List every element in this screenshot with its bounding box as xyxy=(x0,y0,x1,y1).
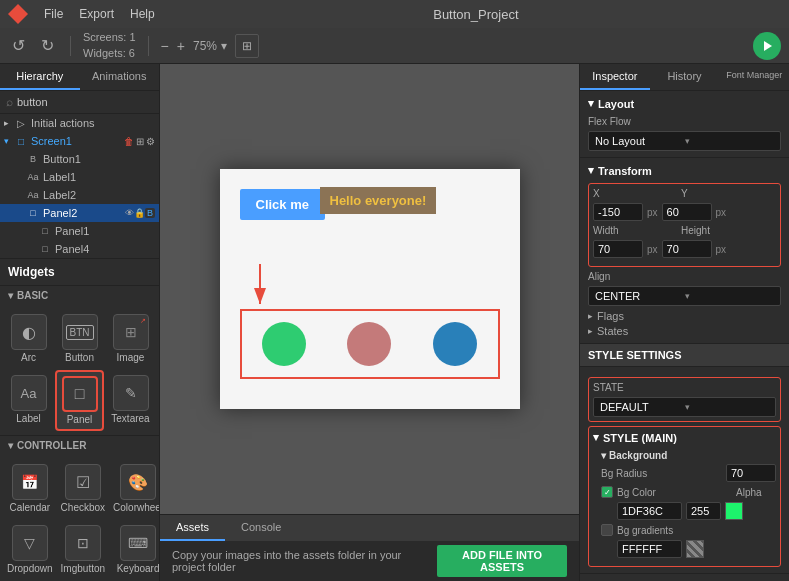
menu-export[interactable]: Export xyxy=(79,7,114,21)
panel2-lock-icon: 🔒 xyxy=(134,208,145,218)
tree-item-button1[interactable]: B Button1 xyxy=(0,150,159,168)
app-logo xyxy=(8,4,28,24)
tab-history[interactable]: History xyxy=(650,64,720,90)
tree-label-label1: Label1 xyxy=(43,171,155,183)
tree-icon-panel4: □ xyxy=(38,242,52,256)
flags-row[interactable]: ▸ Flags xyxy=(588,310,781,322)
basic-section-title: ▾ BASIC xyxy=(0,286,159,305)
bg-color-input[interactable] xyxy=(617,502,682,520)
bg-gradients-checkbox[interactable] xyxy=(601,524,613,536)
widget-panel: Widgets ▾ BASIC ◐ Arc BTN Button ⊞↗ Imag… xyxy=(0,258,159,581)
play-button[interactable] xyxy=(753,32,781,60)
color-swatch[interactable] xyxy=(725,502,743,520)
screen-icon-settings: ⚙ xyxy=(146,136,155,147)
checkbox-label: Checkbox xyxy=(61,502,105,513)
widget-keyboard[interactable]: ⌨ Keyboard xyxy=(110,520,159,579)
screen-icon-copy: ⊞ xyxy=(136,136,144,147)
states-label: States xyxy=(597,325,628,337)
states-row[interactable]: ▸ States xyxy=(588,325,781,337)
bg-color-value-row xyxy=(601,502,776,520)
arc-label: Arc xyxy=(21,352,36,363)
flex-flow-value: No Layout xyxy=(595,135,685,147)
widget-dropdown[interactable]: ▽ Dropdown xyxy=(4,520,56,579)
zoom-in-button[interactable]: + xyxy=(177,38,185,54)
bg-color-checkbox[interactable]: ✓ xyxy=(601,486,613,498)
width-input[interactable] xyxy=(593,240,643,258)
tree-item-panel4[interactable]: □ Panel4 xyxy=(0,240,159,258)
canvas-click-me-button[interactable]: Click me xyxy=(240,189,325,220)
tree-icon-panel1: □ xyxy=(38,224,52,238)
tab-animations[interactable]: Animations xyxy=(80,64,160,90)
state-box: STATE DEFAULT ▾ xyxy=(588,377,781,422)
toolbar-separator xyxy=(70,36,71,56)
tab-console[interactable]: Console xyxy=(225,515,297,541)
textarea-label: Textarea xyxy=(111,413,149,424)
canvas-panel2[interactable] xyxy=(240,309,500,379)
undo-button[interactable]: ↺ xyxy=(8,34,29,57)
state-dropdown[interactable]: DEFAULT ▾ xyxy=(593,397,776,417)
canvas-wrapper: Click me Hello everyone! xyxy=(160,64,579,514)
tab-inspector[interactable]: Inspector xyxy=(580,64,650,90)
basic-arrow: ▾ xyxy=(8,290,13,301)
tree-item-panel2[interactable]: □ Panel2 👁 🔒 B xyxy=(0,204,159,222)
width-label: Width xyxy=(593,225,633,236)
widget-textarea[interactable]: ✎ Textarea xyxy=(106,370,155,431)
tree-item-panel1[interactable]: □ Panel1 xyxy=(0,222,159,240)
tree-item-label1[interactable]: Aa Label1 xyxy=(0,168,159,186)
circle-blue xyxy=(433,322,477,366)
style-settings-label: STYLE SETTINGS xyxy=(588,349,682,361)
state-label-row: STATE xyxy=(593,382,776,393)
widget-button[interactable]: BTN Button xyxy=(55,309,104,368)
tree-item-screen1[interactable]: ▾ □ Screen1 🗑 ⊞ ⚙ xyxy=(0,132,159,150)
x-input[interactable] xyxy=(593,203,643,221)
gradient-color-input[interactable] xyxy=(617,540,682,558)
height-input[interactable] xyxy=(662,240,712,258)
zoom-out-button[interactable]: − xyxy=(161,38,169,54)
tree-item-label2[interactable]: Aa Label2 xyxy=(0,186,159,204)
wh-values-row: px px xyxy=(593,240,776,258)
align-dropdown[interactable]: CENTER ▾ xyxy=(588,286,781,306)
search-input[interactable] xyxy=(17,96,155,108)
tab-font-manager[interactable]: Font Manager xyxy=(719,64,789,90)
transform-section: ▾ Transform X Y px px Width H xyxy=(580,158,789,344)
menu-help[interactable]: Help xyxy=(130,7,155,21)
widget-panel[interactable]: □ Panel xyxy=(55,370,104,431)
bg-radius-input[interactable] xyxy=(726,464,776,482)
xy-values-row: px px xyxy=(593,203,776,221)
flags-label: Flags xyxy=(597,310,624,322)
widget-imgbutton[interactable]: ⊡ Imgbutton xyxy=(58,520,108,579)
toolbar: ↺ ↻ Screens: 1 Widgets: 6 − + 75% ▾ ⊞ xyxy=(0,28,789,64)
tree-item-initial-actions[interactable]: ▸ ▷ Initial actions xyxy=(0,114,159,132)
tab-assets[interactable]: Assets xyxy=(160,515,225,541)
colorwheel-label: Colorwheel xyxy=(113,502,159,513)
panel-icon: □ xyxy=(62,376,98,412)
tree-icon-label2: Aa xyxy=(26,188,40,202)
widget-label[interactable]: Aa Label xyxy=(4,370,53,431)
inspector-tabs: Inspector History Font Manager xyxy=(580,64,789,91)
menu-file[interactable]: File xyxy=(44,7,63,21)
hierarchy-tabs: Hierarchy Animations xyxy=(0,64,159,91)
flex-flow-dropdown[interactable]: No Layout ▾ xyxy=(588,131,781,151)
gradient-swatch[interactable] xyxy=(686,540,704,558)
circle-pink xyxy=(347,322,391,366)
tab-hierarchy[interactable]: Hierarchy xyxy=(0,64,80,90)
widget-arc[interactable]: ◐ Arc xyxy=(4,309,53,368)
tree-label: Initial actions xyxy=(31,117,155,129)
bg-gradients-label: Bg gradients xyxy=(617,525,673,536)
canvas-bottom-bar: Copy your images into the assets folder … xyxy=(160,541,579,581)
widget-checkbox[interactable]: ☑ Checkbox xyxy=(58,459,108,518)
widget-image[interactable]: ⊞↗ Image xyxy=(106,309,155,368)
y-unit: px xyxy=(716,207,727,218)
y-input[interactable] xyxy=(662,203,712,221)
image-icon: ⊞↗ xyxy=(113,314,149,350)
height-label: Height xyxy=(681,225,721,236)
layout-toggle-button[interactable]: ⊞ xyxy=(235,34,259,58)
alpha-input[interactable] xyxy=(686,502,721,520)
wh-labels-row: Width Height xyxy=(593,225,776,236)
widget-calendar[interactable]: 📅 Calendar xyxy=(4,459,56,518)
flags-arrow: ▸ xyxy=(588,311,593,321)
redo-button[interactable]: ↻ xyxy=(37,34,58,57)
add-file-button[interactable]: ADD FILE INTO ASSETS xyxy=(437,545,567,577)
dropdown-label: Dropdown xyxy=(7,563,53,574)
widget-colorwheel[interactable]: 🎨 Colorwheel xyxy=(110,459,159,518)
